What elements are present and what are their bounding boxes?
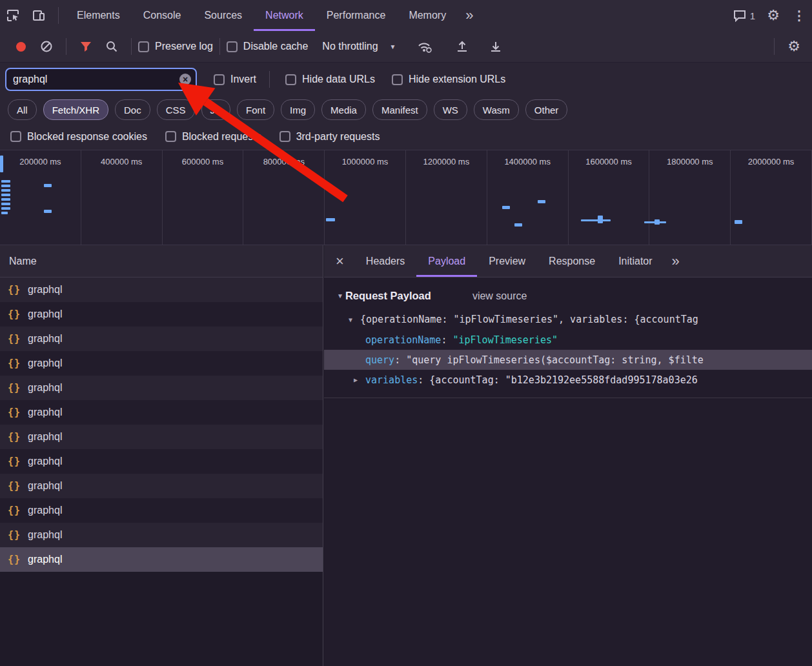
throttling-select[interactable]: No throttling ▼ [322,41,396,52]
top-tab[interactable]: Network [254,0,315,31]
preserve-log-checkbox[interactable]: Preserve log [138,41,213,52]
fetch-braces-icon: {} [8,358,21,369]
device-toolbar-button[interactable] [26,3,52,28]
top-tab[interactable]: Memory [397,0,458,31]
detail-tab[interactable]: Response [537,245,607,277]
detail-tab[interactable]: Headers [354,245,416,277]
hide-extension-urls-checkbox[interactable]: Hide extension URLs [392,74,505,85]
clear-filter-icon[interactable]: × [179,74,191,85]
divider [774,38,775,55]
network-conditions-button[interactable] [412,34,438,59]
timeline-label: 1400000 ms [504,157,551,166]
fetch-braces-icon: {} [8,308,21,320]
timeline-bar [1,212,8,214]
payload-entry[interactable]: ▶ variables : {accountTag: "b12e3b2192ee… [324,370,812,390]
request-row[interactable]: {} graphql [0,547,323,572]
request-row[interactable]: {} graphql [0,351,323,376]
timeline-bar [502,206,510,209]
name-column-header[interactable]: Name [0,245,323,278]
top-tab-label: Performance [327,10,386,21]
clear-icon [40,40,53,53]
fetch-braces-icon: {} [8,480,21,492]
request-row[interactable]: {} graphql [0,376,323,400]
timeline-label: 400000 ms [101,157,142,166]
hide-data-urls-checkbox[interactable]: Hide data URLs [285,74,375,85]
search-button[interactable] [99,34,125,59]
more-tabs-icon[interactable]: » [458,7,481,24]
timeline-bar [538,200,545,203]
timeline-bar [1,203,10,205]
detail-tab-bar: × Headers Payload Preview Response Initi… [324,245,812,278]
kebab-menu-icon[interactable]: ⋮ [786,3,812,28]
console-messages-button[interactable]: 1 [728,9,760,22]
filter-input[interactable] [5,68,197,91]
timeline-column: 1200000 ms [406,150,487,245]
option-checkbox[interactable]: Blocked requests [165,131,261,143]
detail-tab[interactable]: Initiator [607,245,664,277]
more-detail-tabs-icon[interactable]: » [664,253,687,270]
type-chip[interactable]: Other [525,99,568,120]
inspect-icon [6,8,20,23]
checkbox-label: Preserve log [155,41,213,52]
network-overview-timeline[interactable]: 200000 ms 400000 ms 600000 ms 800000 ms … [0,150,812,245]
type-chip[interactable]: Manifest [372,99,427,120]
disable-cache-checkbox[interactable]: Disable cache [227,41,309,52]
type-chip[interactable]: WS [434,99,467,120]
request-row[interactable]: {} graphql [0,327,323,351]
view-source-link[interactable]: view source [472,290,527,302]
settings-gear-icon[interactable]: ⚙ [760,3,786,28]
detail-tab-label: Preview [489,256,525,267]
download-icon [489,40,502,53]
close-panel-icon[interactable]: × [324,253,354,270]
fetch-braces-icon: {} [8,382,21,394]
payload-entry[interactable]: ▶ query : "query ipFlowTimeseries($accou… [324,350,812,370]
timeline-label: 600000 ms [182,157,223,166]
request-row[interactable]: {} graphql [0,278,323,302]
timeline-bar [1,194,10,196]
fetch-braces-icon: {} [8,554,21,565]
network-settings-gear-icon[interactable]: ⚙ [781,34,807,59]
payload-entry[interactable]: ▶ operationName : "ipFlowTimeseries" [324,330,812,350]
top-tab[interactable]: Console [132,0,193,31]
type-chip-label: Other [534,105,559,116]
fetch-braces-icon: {} [8,456,21,467]
type-chip[interactable]: Fetch/XHR [43,99,108,120]
type-chip[interactable]: JS [201,99,231,120]
type-chip[interactable]: CSS [157,99,195,120]
filter-toggle-button[interactable] [73,34,99,59]
request-row[interactable]: {} graphql [0,523,323,547]
request-row[interactable]: {} graphql [0,498,323,523]
import-har-button[interactable] [449,34,475,59]
export-har-button[interactable] [483,34,509,59]
invert-checkbox[interactable]: Invert [214,74,256,85]
option-checkbox[interactable]: Blocked response cookies [10,131,147,143]
timeline-column: 1000000 ms [325,150,406,245]
device-toolbar-icon [32,8,46,23]
option-checkbox[interactable]: 3rd-party requests [279,131,380,143]
type-chip[interactable]: Doc [115,99,150,120]
request-payload-section[interactable]: ▼ Request Payload view source [324,285,812,307]
type-chip[interactable]: Wasm [474,99,519,120]
detail-tab[interactable]: Payload [416,245,477,277]
payload-root-line[interactable]: ▼ {operationName: "ipFlowTimeseries", va… [324,309,812,330]
inspect-element-button[interactable] [0,3,26,28]
request-row[interactable]: {} graphql [0,400,323,425]
top-tab[interactable]: Sources [192,0,254,31]
type-chip-label: All [17,105,28,116]
record-network-log-button[interactable] [8,34,34,59]
payload-root-preview: {operationName: "ipFlowTimeseries", vari… [360,314,698,325]
type-chip[interactable]: All [8,99,37,120]
type-chip[interactable]: Font [237,99,274,120]
detail-tab[interactable]: Preview [477,245,537,277]
type-chip[interactable]: Media [321,99,366,120]
detail-tab-label: Response [549,256,595,267]
request-row[interactable]: {} graphql [0,449,323,474]
type-chip[interactable]: Img [281,99,315,120]
request-row[interactable]: {} graphql [0,425,323,449]
top-tab[interactable]: Performance [315,0,398,31]
network-main-split: Name {} graphql {} graphql {} graphql {}… [0,245,812,666]
clear-network-log-button[interactable] [34,34,59,59]
request-row[interactable]: {} graphql [0,302,323,327]
top-tab[interactable]: Elements [65,0,132,31]
request-row[interactable]: {} graphql [0,474,323,498]
